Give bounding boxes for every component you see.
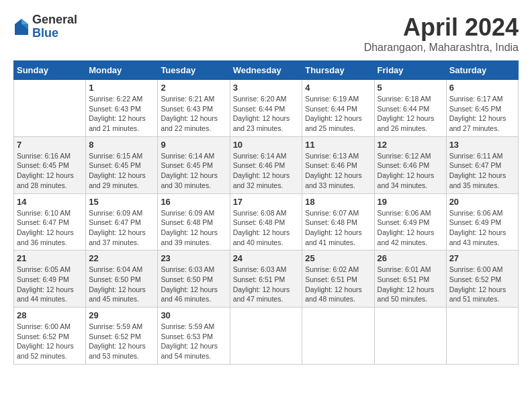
day-info: Sunrise: 6:09 AM Sunset: 6:48 PM Dayligh…: [161, 208, 226, 248]
day-info: Sunrise: 6:11 AM Sunset: 6:47 PM Dayligh…: [449, 151, 515, 191]
day-info: Sunrise: 6:14 AM Sunset: 6:46 PM Dayligh…: [233, 151, 300, 191]
calendar-week: 7Sunrise: 6:16 AM Sunset: 6:45 PM Daylig…: [14, 136, 519, 193]
day-number: 11: [305, 140, 371, 150]
day-number: 8: [89, 140, 154, 150]
calendar-cell: 18Sunrise: 6:07 AM Sunset: 6:48 PM Dayli…: [302, 193, 374, 250]
day-number: 23: [161, 253, 226, 263]
title-section: April 2024 Dharangaon, Maharashtra, Indi…: [364, 13, 519, 54]
day-info: Sunrise: 6:05 AM Sunset: 6:49 PM Dayligh…: [17, 265, 83, 304]
header-day: Friday: [374, 61, 446, 80]
day-number: 27: [449, 253, 515, 263]
logo-general: General: [32, 13, 77, 27]
day-number: 18: [305, 197, 371, 207]
day-info: Sunrise: 6:21 AM Sunset: 6:43 PM Dayligh…: [161, 94, 226, 134]
day-number: 6: [449, 83, 515, 93]
day-info: Sunrise: 6:04 AM Sunset: 6:50 PM Dayligh…: [89, 265, 154, 304]
subtitle: Dharangaon, Maharashtra, India: [364, 42, 519, 54]
calendar-cell: 10Sunrise: 6:14 AM Sunset: 6:46 PM Dayli…: [230, 136, 302, 193]
day-info: Sunrise: 6:06 AM Sunset: 6:49 PM Dayligh…: [449, 208, 515, 248]
day-info: Sunrise: 6:06 AM Sunset: 6:49 PM Dayligh…: [378, 208, 443, 248]
calendar-cell: 25Sunrise: 6:02 AM Sunset: 6:51 PM Dayli…: [302, 250, 374, 308]
day-number: 9: [161, 140, 226, 150]
day-number: 22: [89, 253, 154, 263]
header-day: Thursday: [302, 61, 374, 80]
day-number: 24: [233, 253, 300, 263]
header-row: SundayMondayTuesdayWednesdayThursdayFrid…: [14, 61, 519, 80]
header-day: Monday: [86, 61, 158, 80]
calendar-week: 28Sunrise: 6:00 AM Sunset: 6:52 PM Dayli…: [14, 308, 519, 365]
day-info: Sunrise: 5:59 AM Sunset: 6:53 PM Dayligh…: [161, 322, 226, 361]
day-number: 21: [17, 253, 83, 263]
day-number: 4: [305, 83, 371, 93]
day-number: 28: [17, 310, 83, 320]
day-info: Sunrise: 6:00 AM Sunset: 6:52 PM Dayligh…: [449, 265, 515, 304]
day-number: 29: [89, 310, 154, 320]
day-number: 3: [233, 83, 300, 93]
calendar-cell: 28Sunrise: 6:00 AM Sunset: 6:52 PM Dayli…: [14, 308, 86, 365]
calendar-cell: 24Sunrise: 6:03 AM Sunset: 6:51 PM Dayli…: [230, 250, 302, 308]
day-number: 2: [161, 83, 226, 93]
calendar-cell: 20Sunrise: 6:06 AM Sunset: 6:49 PM Dayli…: [446, 193, 518, 250]
main-title: April 2024: [364, 13, 519, 42]
day-info: Sunrise: 6:01 AM Sunset: 6:51 PM Dayligh…: [378, 265, 443, 304]
calendar-cell: 27Sunrise: 6:00 AM Sunset: 6:52 PM Dayli…: [446, 250, 518, 308]
calendar-cell: 7Sunrise: 6:16 AM Sunset: 6:45 PM Daylig…: [14, 136, 86, 193]
calendar-cell: 23Sunrise: 6:03 AM Sunset: 6:50 PM Dayli…: [158, 250, 230, 308]
day-info: Sunrise: 6:15 AM Sunset: 6:45 PM Dayligh…: [89, 151, 154, 191]
calendar: SundayMondayTuesdayWednesdayThursdayFrid…: [13, 60, 519, 365]
calendar-cell: 1Sunrise: 6:22 AM Sunset: 6:43 PM Daylig…: [86, 80, 158, 137]
calendar-cell: [374, 308, 446, 365]
day-info: Sunrise: 6:08 AM Sunset: 6:48 PM Dayligh…: [233, 208, 300, 248]
calendar-cell: 29Sunrise: 5:59 AM Sunset: 6:52 PM Dayli…: [86, 308, 158, 365]
logo-blue: Blue: [32, 27, 77, 40]
day-number: 26: [378, 253, 443, 263]
day-number: 13: [449, 140, 515, 150]
calendar-cell: 8Sunrise: 6:15 AM Sunset: 6:45 PM Daylig…: [86, 136, 158, 193]
day-info: Sunrise: 6:00 AM Sunset: 6:52 PM Dayligh…: [17, 322, 83, 361]
day-info: Sunrise: 6:12 AM Sunset: 6:46 PM Dayligh…: [378, 151, 443, 191]
header-day: Tuesday: [158, 61, 230, 80]
calendar-cell: 22Sunrise: 6:04 AM Sunset: 6:50 PM Dayli…: [86, 250, 158, 308]
calendar-week: 21Sunrise: 6:05 AM Sunset: 6:49 PM Dayli…: [14, 250, 519, 308]
day-info: Sunrise: 6:22 AM Sunset: 6:43 PM Dayligh…: [89, 94, 154, 134]
day-number: 7: [17, 140, 83, 150]
calendar-cell: 6Sunrise: 6:17 AM Sunset: 6:45 PM Daylig…: [446, 80, 518, 137]
calendar-cell: 12Sunrise: 6:12 AM Sunset: 6:46 PM Dayli…: [374, 136, 446, 193]
day-number: 14: [17, 197, 83, 207]
day-info: Sunrise: 6:09 AM Sunset: 6:47 PM Dayligh…: [89, 208, 154, 248]
day-number: 15: [89, 197, 154, 207]
day-number: 30: [161, 310, 226, 320]
day-number: 20: [449, 197, 515, 207]
header-day: Wednesday: [230, 61, 302, 80]
day-info: Sunrise: 6:17 AM Sunset: 6:45 PM Dayligh…: [449, 94, 515, 134]
day-info: Sunrise: 6:20 AM Sunset: 6:44 PM Dayligh…: [233, 94, 300, 134]
calendar-cell: 11Sunrise: 6:13 AM Sunset: 6:46 PM Dayli…: [302, 136, 374, 193]
calendar-cell: 17Sunrise: 6:08 AM Sunset: 6:48 PM Dayli…: [230, 193, 302, 250]
calendar-cell: 4Sunrise: 6:19 AM Sunset: 6:44 PM Daylig…: [302, 80, 374, 137]
day-info: Sunrise: 6:18 AM Sunset: 6:44 PM Dayligh…: [378, 94, 443, 134]
day-info: Sunrise: 6:02 AM Sunset: 6:51 PM Dayligh…: [305, 265, 371, 304]
calendar-body: 1Sunrise: 6:22 AM Sunset: 6:43 PM Daylig…: [14, 80, 519, 365]
calendar-cell: 21Sunrise: 6:05 AM Sunset: 6:49 PM Dayli…: [14, 250, 86, 308]
day-info: Sunrise: 6:03 AM Sunset: 6:50 PM Dayligh…: [161, 265, 226, 304]
day-info: Sunrise: 6:07 AM Sunset: 6:48 PM Dayligh…: [305, 208, 371, 248]
logo: General Blue: [13, 13, 77, 40]
calendar-cell: 13Sunrise: 6:11 AM Sunset: 6:47 PM Dayli…: [446, 136, 518, 193]
day-number: 25: [305, 253, 371, 263]
logo-text: General Blue: [32, 13, 77, 40]
calendar-cell: [230, 308, 302, 365]
calendar-header: SundayMondayTuesdayWednesdayThursdayFrid…: [14, 61, 519, 80]
calendar-cell: 3Sunrise: 6:20 AM Sunset: 6:44 PM Daylig…: [230, 80, 302, 137]
calendar-cell: [302, 308, 374, 365]
calendar-cell: [14, 80, 86, 137]
calendar-cell: 15Sunrise: 6:09 AM Sunset: 6:47 PM Dayli…: [86, 193, 158, 250]
logo-icon: [13, 17, 30, 36]
day-number: 10: [233, 140, 300, 150]
calendar-cell: 16Sunrise: 6:09 AM Sunset: 6:48 PM Dayli…: [158, 193, 230, 250]
calendar-week: 14Sunrise: 6:10 AM Sunset: 6:47 PM Dayli…: [14, 193, 519, 250]
calendar-cell: [446, 308, 518, 365]
day-number: 5: [378, 83, 443, 93]
header-day: Saturday: [446, 61, 518, 80]
day-info: Sunrise: 6:03 AM Sunset: 6:51 PM Dayligh…: [233, 265, 300, 304]
day-info: Sunrise: 6:19 AM Sunset: 6:44 PM Dayligh…: [305, 94, 371, 134]
